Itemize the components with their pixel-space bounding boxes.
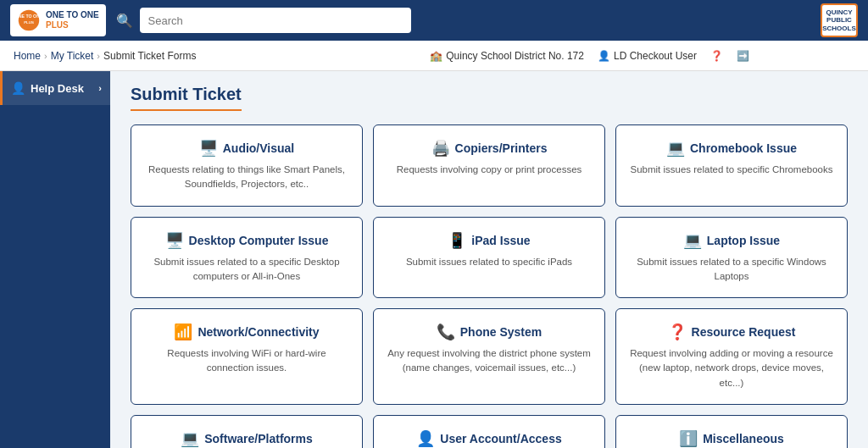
breadcrumb-my-ticket[interactable]: My Ticket (51, 50, 94, 62)
card-desc-3: Submit issues related to a specific Desk… (143, 255, 350, 285)
card-title-text-7: Phone System (460, 325, 542, 339)
card-icon-7: 📞 (437, 323, 455, 341)
card-icon-11: ℹ️ (679, 429, 698, 448)
card-desc-8: Request involving adding or moving a res… (628, 346, 835, 390)
card-icon-1: 🖨️ (431, 139, 450, 158)
building-icon: 🏫 (430, 50, 442, 62)
card-title-8: ❓ Resource Request (628, 323, 835, 341)
user-info: 👤 LD Checkout User (598, 50, 697, 62)
sidebar-item-label: Help Desk (31, 82, 84, 95)
breadcrumb-bar: Home › My Ticket › Submit Ticket Forms 🏫… (0, 41, 868, 71)
breadcrumb-sep-1: › (44, 51, 47, 61)
logo-area: ONE TO ONE PLUS ONE TO ONE PLUS (10, 4, 106, 36)
card-title-text-0: Audio/Visual (223, 141, 295, 155)
main-content: Submit Ticket 🖥️ Audio/Visual Requests r… (110, 71, 868, 448)
user-icon: 👤 (598, 50, 610, 62)
ticket-card-6[interactable]: 📶 Network/Connectivity Requests involvin… (131, 308, 363, 405)
ticket-card-10[interactable]: 👤 User Account/Access Anything to do wit… (373, 415, 605, 448)
chevron-icon: › (98, 83, 102, 93)
svg-text:PLUS: PLUS (24, 20, 34, 25)
card-title-2: 💻 Chromebook Issue (628, 139, 835, 158)
breadcrumb-current: Submit Ticket Forms (103, 50, 196, 62)
card-icon-9: 💻 (181, 429, 199, 448)
breadcrumb-home[interactable]: Home (14, 50, 41, 62)
card-desc-1: Requests involving copy or print process… (386, 163, 593, 177)
card-icon-3: 🖥️ (165, 231, 184, 250)
ticket-card-0[interactable]: 🖥️ Audio/Visual Requests relating to thi… (131, 124, 363, 207)
card-desc-0: Requests relating to things like Smart P… (143, 163, 350, 192)
helpdesk-icon: 👤 (11, 81, 25, 95)
ticket-card-1[interactable]: 🖨️ Copiers/Printers Requests involving c… (373, 124, 605, 207)
ticket-card-7[interactable]: 📞 Phone System Any request involving the… (373, 308, 605, 405)
card-title-text-10: User Account/Access (440, 432, 561, 445)
card-title-text-9: Software/Platforms (204, 432, 313, 445)
card-icon-6: 📶 (174, 323, 192, 341)
search-input[interactable] (140, 8, 411, 33)
breadcrumb-sep-2: › (97, 51, 100, 61)
card-icon-5: 💻 (683, 231, 702, 250)
card-title-1: 🖨️ Copiers/Printers (386, 139, 593, 158)
card-icon-10: 👤 (416, 429, 435, 448)
ticket-card-4[interactable]: 📱 iPad Issue Submit issues related to sp… (373, 217, 605, 299)
card-title-text-6: Network/Connectivity (198, 325, 319, 339)
card-title-3: 🖥️ Desktop Computer Issue (143, 231, 350, 250)
ticket-card-2[interactable]: 💻 Chromebook Issue Submit issues related… (615, 124, 848, 207)
card-title-text-5: Laptop Issue (707, 234, 780, 247)
card-title-text-2: Chromebook Issue (690, 141, 797, 155)
svg-text:ONE TO ONE: ONE TO ONE (17, 14, 41, 19)
ticket-card-5[interactable]: 💻 Laptop Issue Submit issues related to … (615, 217, 848, 299)
main-layout: 👤 Help Desk › Submit Ticket 🖥️ Audio/Vis… (0, 71, 868, 448)
card-desc-7: Any request involving the district phone… (386, 346, 593, 376)
ticket-card-8[interactable]: ❓ Resource Request Request involving add… (615, 308, 848, 405)
logo-text: ONE TO ONE PLUS (46, 10, 99, 30)
district-name: Quincy School District No. 172 (446, 50, 584, 62)
card-title-0: 🖥️ Audio/Visual (143, 139, 350, 158)
card-title-text-4: iPad Issue (471, 234, 530, 247)
sidebar-item-helpdesk[interactable]: 👤 Help Desk › (0, 71, 110, 105)
card-icon-8: ❓ (668, 323, 687, 341)
top-nav: ONE TO ONE PLUS ONE TO ONE PLUS 🔍 QUINCY… (0, 0, 868, 41)
logo-icon: ONE TO ONE PLUS (17, 8, 41, 32)
card-desc-5: Submit issues related to a specific Wind… (628, 255, 835, 285)
ticket-card-11[interactable]: ℹ️ Miscellaneous Use this if your proble… (615, 415, 848, 448)
card-title-5: 💻 Laptop Issue (628, 231, 835, 250)
card-icon-2: 💻 (666, 139, 685, 158)
quincy-logo: QUINCYPUBLICSCHOOLS (821, 3, 858, 37)
card-title-11: ℹ️ Miscellaneous (628, 429, 835, 448)
ticket-card-3[interactable]: 🖥️ Desktop Computer Issue Submit issues … (131, 217, 363, 299)
card-desc-2: Submit issues related to specific Chrome… (628, 163, 835, 177)
cards-grid: 🖥️ Audio/Visual Requests relating to thi… (131, 124, 848, 448)
search-area: 🔍 (116, 8, 810, 33)
card-icon-4: 📱 (448, 231, 466, 250)
card-title-text-3: Desktop Computer Issue (189, 234, 329, 247)
card-title-text-8: Resource Request (692, 325, 796, 339)
search-icon: 🔍 (116, 13, 133, 29)
card-title-9: 💻 Software/Platforms (143, 429, 350, 448)
page-title: Submit Ticket (131, 85, 242, 111)
card-title-text-1: Copiers/Printers (455, 141, 548, 155)
username: LD Checkout User (614, 50, 697, 62)
card-title-6: 📶 Network/Connectivity (143, 323, 350, 341)
card-title-4: 📱 iPad Issue (386, 231, 593, 250)
card-title-text-11: Miscellaneous (703, 432, 784, 445)
ticket-card-9[interactable]: 💻 Software/Platforms Issues regarding th… (131, 415, 363, 448)
card-desc-4: Submit issues related to specific iPads (386, 255, 593, 269)
top-right-area: QUINCYPUBLICSCHOOLS (821, 3, 858, 37)
district-info: 🏫 Quincy School District No. 172 (430, 50, 584, 62)
card-title-10: 👤 User Account/Access (386, 429, 593, 448)
top-info: 🏫 Quincy School District No. 172 👤 LD Ch… (430, 50, 749, 62)
help-icon[interactable]: ❓ (710, 50, 723, 62)
breadcrumb: Home › My Ticket › Submit Ticket Forms (14, 50, 196, 62)
sidebar: 👤 Help Desk › (0, 71, 110, 448)
card-title-7: 📞 Phone System (386, 323, 593, 341)
signout-icon[interactable]: ➡️ (737, 50, 749, 62)
card-icon-0: 🖥️ (199, 139, 218, 158)
card-desc-6: Requests involving WiFi or hard-wire con… (143, 346, 350, 376)
